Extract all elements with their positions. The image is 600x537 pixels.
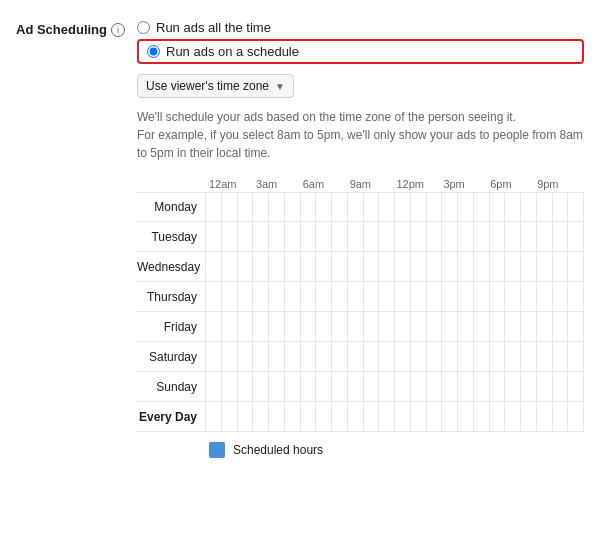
grid-cell[interactable] xyxy=(553,312,569,341)
grid-cell[interactable] xyxy=(411,372,427,401)
timezone-select[interactable]: Use viewer's time zone ▼ xyxy=(137,74,294,98)
grid-cell[interactable] xyxy=(427,342,443,371)
grid-cell[interactable] xyxy=(379,372,395,401)
grid-cell[interactable] xyxy=(521,372,537,401)
grid-cell[interactable] xyxy=(395,312,411,341)
grid-cell[interactable] xyxy=(348,372,364,401)
grid-cell[interactable] xyxy=(537,402,553,431)
grid-cell[interactable] xyxy=(427,252,443,281)
grid-cell[interactable] xyxy=(253,282,269,311)
grid-cell[interactable] xyxy=(427,402,443,431)
grid-cell[interactable] xyxy=(316,222,332,251)
grid-cell[interactable] xyxy=(222,252,238,281)
grid-cell[interactable] xyxy=(442,402,458,431)
grid-cell[interactable] xyxy=(474,282,490,311)
grid-cell[interactable] xyxy=(395,342,411,371)
grid-cell[interactable] xyxy=(505,252,521,281)
grid-cell[interactable] xyxy=(395,282,411,311)
grid-cell[interactable] xyxy=(490,282,506,311)
grid-cell[interactable] xyxy=(332,222,348,251)
grid-cell[interactable] xyxy=(253,252,269,281)
grid-cell[interactable] xyxy=(332,402,348,431)
grid-cell[interactable] xyxy=(521,252,537,281)
grid-cell[interactable] xyxy=(568,222,584,251)
grid-cell[interactable] xyxy=(316,193,332,221)
grid-cell[interactable] xyxy=(348,402,364,431)
grid-cell[interactable] xyxy=(316,342,332,371)
grid-cell[interactable] xyxy=(505,372,521,401)
grid-cell[interactable] xyxy=(285,282,301,311)
grid-cell[interactable] xyxy=(521,222,537,251)
grid-cell[interactable] xyxy=(269,222,285,251)
grid-cell[interactable] xyxy=(411,342,427,371)
grid-cell[interactable] xyxy=(553,193,569,221)
grid-cell[interactable] xyxy=(568,252,584,281)
grid-cell[interactable] xyxy=(458,312,474,341)
run-all-time-radio[interactable] xyxy=(137,21,150,34)
grid-cell[interactable] xyxy=(537,222,553,251)
grid-cell[interactable] xyxy=(222,282,238,311)
run-ads-on-schedule-option[interactable]: Run ads on a schedule xyxy=(137,39,584,64)
grid-cell[interactable] xyxy=(490,342,506,371)
grid-cell[interactable] xyxy=(206,252,222,281)
grid-cell[interactable] xyxy=(348,342,364,371)
grid-cell[interactable] xyxy=(364,402,380,431)
grid-cell[interactable] xyxy=(395,252,411,281)
run-on-schedule-radio[interactable] xyxy=(147,45,160,58)
grid-cell[interactable] xyxy=(269,342,285,371)
grid-cell[interactable] xyxy=(222,222,238,251)
grid-cell[interactable] xyxy=(332,312,348,341)
grid-cell[interactable] xyxy=(301,372,317,401)
grid-cell[interactable] xyxy=(427,372,443,401)
grid-cell[interactable] xyxy=(238,193,254,221)
grid-cell[interactable] xyxy=(458,372,474,401)
grid-cell[interactable] xyxy=(348,282,364,311)
grid-cell[interactable] xyxy=(301,312,317,341)
grid-cell[interactable] xyxy=(222,372,238,401)
grid-cell[interactable] xyxy=(285,312,301,341)
grid-cell[interactable] xyxy=(442,372,458,401)
grid-cell[interactable] xyxy=(568,342,584,371)
grid-cell[interactable] xyxy=(206,342,222,371)
grid-cell[interactable] xyxy=(206,402,222,431)
grid-cell[interactable] xyxy=(427,193,443,221)
grid-cell[interactable] xyxy=(364,222,380,251)
grid-cell[interactable] xyxy=(474,222,490,251)
grid-cell[interactable] xyxy=(206,312,222,341)
grid-cell[interactable] xyxy=(238,372,254,401)
grid-cell[interactable] xyxy=(458,282,474,311)
grid-cell[interactable] xyxy=(442,222,458,251)
grid-cell[interactable] xyxy=(285,342,301,371)
grid-cell[interactable] xyxy=(285,372,301,401)
grid-cell[interactable] xyxy=(442,312,458,341)
grid-cell[interactable] xyxy=(568,282,584,311)
grid-cell[interactable] xyxy=(411,222,427,251)
grid-cell[interactable] xyxy=(364,252,380,281)
grid-cell[interactable] xyxy=(222,342,238,371)
grid-cell[interactable] xyxy=(301,193,317,221)
grid-cell[interactable] xyxy=(553,402,569,431)
grid-cell[interactable] xyxy=(285,252,301,281)
grid-cell[interactable] xyxy=(348,193,364,221)
grid-cell[interactable] xyxy=(301,282,317,311)
grid-cell[interactable] xyxy=(285,222,301,251)
grid-cell[interactable] xyxy=(364,342,380,371)
grid-cell[interactable] xyxy=(553,282,569,311)
grid-cell[interactable] xyxy=(521,193,537,221)
grid-cell[interactable] xyxy=(490,372,506,401)
grid-cell[interactable] xyxy=(474,252,490,281)
grid-cell[interactable] xyxy=(568,193,584,221)
grid-cell[interactable] xyxy=(505,402,521,431)
grid-cell[interactable] xyxy=(379,282,395,311)
grid-cell[interactable] xyxy=(316,282,332,311)
grid-cell[interactable] xyxy=(458,342,474,371)
grid-cell[interactable] xyxy=(474,372,490,401)
grid-cell[interactable] xyxy=(474,312,490,341)
grid-cell[interactable] xyxy=(332,252,348,281)
grid-cell[interactable] xyxy=(521,402,537,431)
run-ads-all-time-option[interactable]: Run ads all the time xyxy=(137,20,584,35)
grid-cell[interactable] xyxy=(348,312,364,341)
grid-cell[interactable] xyxy=(521,342,537,371)
grid-cell[interactable] xyxy=(253,402,269,431)
grid-cell[interactable] xyxy=(521,312,537,341)
